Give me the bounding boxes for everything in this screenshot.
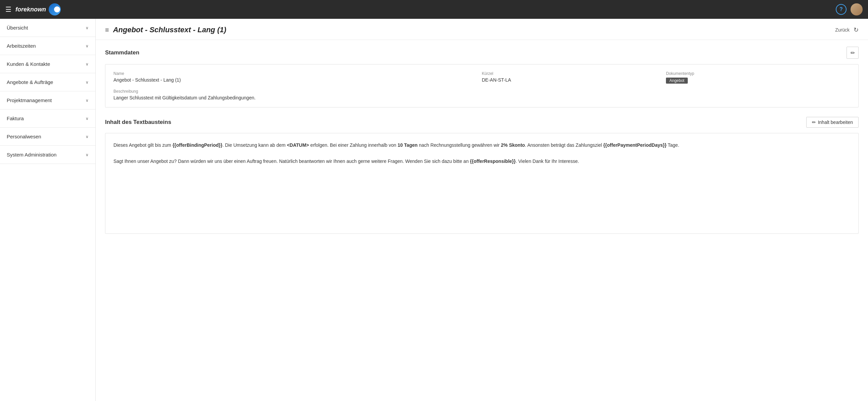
avatar[interactable] [850, 3, 863, 16]
pencil-icon: ✏ [812, 120, 816, 125]
topbar: ☰ foreknown ? [0, 0, 868, 19]
sidebar-item-system-administration[interactable]: System Administration ∨ [0, 146, 95, 164]
para1-end: Tage. [666, 142, 679, 148]
brand: foreknown [16, 3, 61, 16]
sidebar-item-label: System Administration [7, 152, 56, 157]
kurzel-label: Kürzel [482, 71, 666, 76]
stammdaten-title: Stammdaten [105, 49, 139, 56]
chevron-down-icon: ∨ [86, 26, 89, 30]
sidebar-item-label: Angebote & Aufträge [7, 79, 53, 85]
back-button[interactable]: Zurück [835, 27, 849, 33]
brand-logo [49, 3, 61, 16]
content-area: ≡ Angebot - Schlusstext - Lang (1) Zurüc… [96, 19, 868, 401]
main-layout: Übersicht ∨ Arbeitszeiten ∨ Kunden & Kon… [0, 19, 868, 401]
dokumententyp-label: Dokumententyp [666, 71, 850, 76]
sidebar-item-label: Personalwesen [7, 134, 41, 139]
page-title: Angebot - Schlusstext - Lang (1) [113, 26, 226, 34]
sidebar-item-angebote-auftrage[interactable]: Angebote & Aufträge ∨ [0, 73, 95, 91]
page-header: ≡ Angebot - Schlusstext - Lang (1) Zurüc… [96, 19, 868, 40]
hamburger-icon[interactable]: ☰ [5, 5, 11, 13]
stammdaten-section: Stammdaten ✏ Name Angebot - Schlusstext … [96, 40, 868, 114]
document-icon: ≡ [105, 26, 109, 34]
para1-var2: <DATUM> [287, 142, 309, 148]
refresh-button[interactable]: ↻ [854, 26, 859, 34]
topbar-left: ☰ foreknown [5, 3, 61, 16]
dokumententyp-field: Dokumententyp Angebot [666, 71, 850, 84]
sidebar-item-label: Faktura [7, 116, 24, 121]
avatar-image [850, 3, 863, 16]
inhalt-paragraph-2: Sagt Ihnen unser Angebot zu? Dann würden… [114, 157, 850, 166]
chevron-down-icon: ∨ [86, 152, 89, 157]
para1-bold1: 10 Tagen [397, 142, 417, 148]
sidebar-item-faktura[interactable]: Faktura ∨ [0, 110, 95, 127]
inhalt-section: Inhalt des Textbausteins ✏ Inhalt bearbe… [96, 114, 868, 243]
help-button[interactable]: ? [836, 4, 846, 15]
sidebar-item-label: Projektmanagement [7, 97, 52, 103]
stammdaten-edit-button[interactable]: ✏ [846, 47, 859, 59]
para1-mid4: . Ansonsten beträgt das Zahlungsziel [525, 142, 603, 148]
stammdaten-header: Stammdaten ✏ [105, 47, 859, 59]
para1-pre: Dieses Angebot gilt bis zum [114, 142, 173, 148]
para1-mid2: erfolgen. Bei einer Zahlung innerhalb vo… [309, 142, 398, 148]
kurzel-field: Kürzel DE-AN-ST-LA [482, 71, 666, 83]
inhalt-header: Inhalt des Textbausteins ✏ Inhalt bearbe… [105, 117, 859, 127]
para2-var1: {{offerResponsible}} [470, 159, 516, 164]
sidebar-item-kunden-kontakte[interactable]: Kunden & Kontakte ∨ [0, 55, 95, 73]
brand-name: foreknown [16, 6, 46, 13]
topbar-right: ? [836, 3, 863, 16]
sidebar: Übersicht ∨ Arbeitszeiten ∨ Kunden & Kon… [0, 19, 96, 401]
sidebar-item-arbeitszeiten[interactable]: Arbeitszeiten ∨ [0, 37, 95, 55]
inhalt-card: Dieses Angebot gilt bis zum {{offerBindi… [105, 133, 859, 234]
sidebar-item-label: Übersicht [7, 25, 28, 31]
chevron-down-icon: ∨ [86, 80, 89, 85]
sidebar-item-ubersicht[interactable]: Übersicht ∨ [0, 19, 95, 37]
inhalt-paragraph-1: Dieses Angebot gilt bis zum {{offerBindi… [114, 141, 850, 149]
para1-bold2: 2% Skonto [501, 142, 525, 148]
para1-var3: {{offerPaymentPeriodDays}} [603, 142, 666, 148]
dokumententyp-badge: Angebot [666, 78, 688, 84]
beschreibung-field: Beschreibung Langer Schlusstext mit Gült… [114, 89, 850, 101]
sidebar-item-label: Arbeitszeiten [7, 43, 36, 49]
page-title-row: ≡ Angebot - Schlusstext - Lang (1) [105, 26, 226, 34]
chevron-down-icon: ∨ [86, 116, 89, 121]
chevron-down-icon: ∨ [86, 62, 89, 66]
sidebar-item-label: Kunden & Kontakte [7, 61, 50, 67]
para1-var1: {{offerBindingPeriod}} [173, 142, 222, 148]
para1-mid3: nach Rechnungsstellung gewähren wir [417, 142, 501, 148]
beschreibung-label: Beschreibung [114, 89, 850, 94]
fields-row-1: Name Angebot - Schlusstext - Lang (1) Kü… [114, 71, 850, 89]
para2-pre: Sagt Ihnen unser Angebot zu? Dann würden… [114, 159, 470, 164]
header-actions: Zurück ↻ [835, 26, 859, 34]
chevron-down-icon: ∨ [86, 44, 89, 48]
chevron-down-icon: ∨ [86, 98, 89, 103]
name-field: Name Angebot - Schlusstext - Lang (1) [114, 71, 482, 83]
name-label: Name [114, 71, 482, 76]
stammdaten-card: Name Angebot - Schlusstext - Lang (1) Kü… [105, 64, 859, 108]
beschreibung-value: Langer Schlusstext mit Gültigkeitsdatum … [114, 95, 850, 101]
fields-row-2: Beschreibung Langer Schlusstext mit Gült… [114, 89, 850, 101]
sidebar-item-personalwesen[interactable]: Personalwesen ∨ [0, 127, 95, 146]
para1-mid1: . Die Umsetzung kann ab dem [222, 142, 287, 148]
para2-end: . Vielen Dank für Ihr Interesse. [516, 159, 579, 164]
sidebar-item-projektmanagement[interactable]: Projektmanagement ∨ [0, 91, 95, 110]
name-value: Angebot - Schlusstext - Lang (1) [114, 77, 482, 83]
inhalt-edit-button[interactable]: ✏ Inhalt bearbeiten [806, 117, 859, 127]
kurzel-value: DE-AN-ST-LA [482, 77, 666, 83]
chevron-down-icon: ∨ [86, 134, 89, 139]
inhalt-title: Inhalt des Textbausteins [105, 119, 171, 125]
inhalt-edit-label: Inhalt bearbeiten [818, 120, 853, 125]
